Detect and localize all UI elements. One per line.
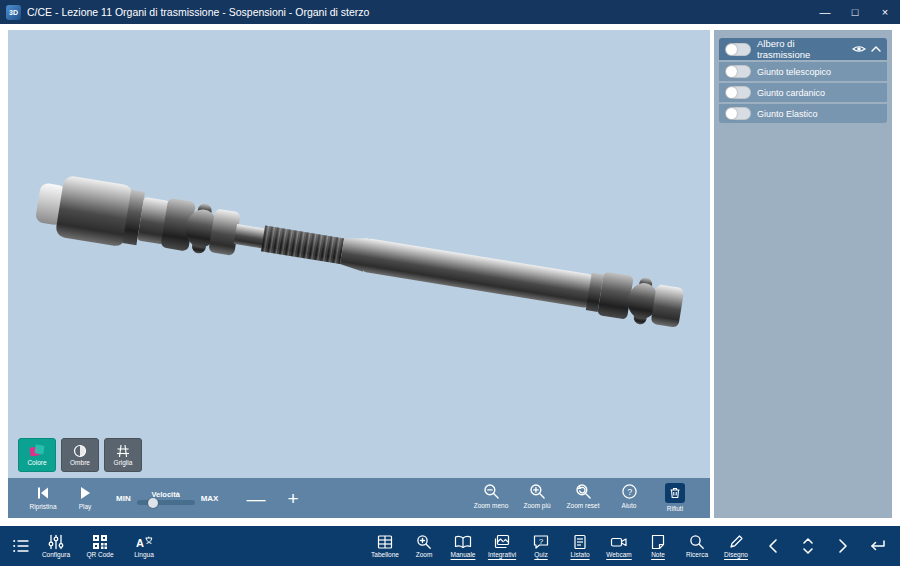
toggle-knob	[726, 44, 737, 55]
trash-button[interactable]: Rifiuti	[654, 483, 696, 513]
chevron-up-down-icon[interactable]	[802, 537, 814, 555]
restart-label: Ripristina	[29, 504, 56, 511]
app-window: 3D C/CE - Lezione 11 Organi di trasmissi…	[0, 0, 900, 572]
zoom-in-icon	[529, 483, 546, 500]
listing-button[interactable]: Listato	[564, 534, 596, 559]
board-icon	[377, 534, 393, 550]
zoom-in-label: Zoom più	[523, 503, 550, 510]
notes-label: Note	[651, 552, 665, 559]
component-row-label: Giunto telescopico	[757, 67, 831, 77]
chevron-left-icon[interactable]	[768, 538, 778, 554]
shadows-button-label: Ombre	[70, 460, 90, 467]
driveshaft-toggle[interactable]	[725, 43, 751, 56]
webcam-label: Webcam	[606, 552, 632, 559]
svg-text:?: ?	[539, 536, 544, 545]
help-button[interactable]: ? Aiuto	[608, 483, 650, 510]
qr-code-button[interactable]: QR Code	[84, 534, 116, 559]
question-bubble-icon: ?	[533, 534, 549, 550]
component-row-elastico[interactable]: Giunto Elastico	[719, 104, 887, 123]
configure-button[interactable]: Configura	[40, 534, 72, 559]
manual-label: Manuale	[451, 552, 476, 559]
zoom-in-button[interactable]: Zoom più	[516, 483, 558, 510]
svg-text:?: ?	[627, 487, 632, 497]
speed-slider-knob[interactable]	[148, 498, 158, 508]
window-controls: — □ ×	[810, 0, 900, 24]
play-button[interactable]: Play	[64, 485, 106, 511]
navigation-chevrons	[768, 537, 848, 555]
supplements-button[interactable]: Integrativi	[486, 534, 518, 559]
language-label: Lingua	[134, 552, 154, 559]
component-row-cardanico[interactable]: Giunto cardanico	[719, 83, 887, 102]
menu-list-button[interactable]	[12, 538, 30, 554]
shadow-sphere-icon	[73, 444, 87, 458]
drawing-button[interactable]: Disegno	[720, 534, 752, 559]
help-icon: ?	[621, 483, 638, 500]
quiz-label: Quiz	[534, 552, 547, 559]
chevron-right-icon[interactable]	[838, 538, 848, 554]
play-label: Play	[79, 504, 92, 511]
board-label: Tabellone	[371, 552, 399, 559]
zoom-reset-button[interactable]: Zoom reset	[562, 483, 604, 510]
elastico-toggle[interactable]	[725, 107, 751, 120]
zoom-reset-icon	[575, 483, 592, 500]
trash-icon	[669, 487, 681, 499]
driveshaft-3d-model[interactable]	[8, 30, 710, 478]
speed-label: Velocità	[151, 491, 179, 499]
window-title: C/CE - Lezione 11 Organi di trasmissione…	[27, 6, 369, 18]
drawing-label: Disegno	[724, 552, 748, 559]
note-icon	[650, 534, 666, 550]
speed-slider-wrap: Velocità	[137, 491, 195, 506]
search-button[interactable]: Ricerca	[681, 534, 713, 559]
component-header[interactable]: Albero di trasmissione	[719, 38, 887, 60]
toggle-knob	[726, 108, 737, 119]
listing-label: Listato	[570, 552, 589, 559]
supplements-label: Integrativi	[488, 552, 516, 559]
maximize-button[interactable]: □	[840, 0, 870, 24]
telescopico-toggle[interactable]	[725, 65, 751, 78]
language-icon: A	[135, 534, 153, 550]
speed-increase-button[interactable]: +	[287, 489, 298, 508]
manual-button[interactable]: Manuale	[447, 534, 479, 559]
grid-button[interactable]: Griglia	[104, 438, 142, 472]
qr-code-icon	[92, 534, 108, 550]
shadows-button[interactable]: Ombre	[61, 438, 99, 472]
component-row-telescopico[interactable]: Giunto telescopico	[719, 62, 887, 81]
color-button-label: Colore	[27, 460, 46, 467]
speed-slider[interactable]	[137, 500, 195, 505]
cardanico-toggle[interactable]	[725, 86, 751, 99]
search-icon	[689, 534, 705, 550]
trash-button-box[interactable]	[665, 483, 685, 503]
header-icons	[852, 44, 881, 54]
qr-code-label: QR Code	[86, 552, 113, 559]
zoom-label: Zoom	[416, 552, 433, 559]
close-button[interactable]: ×	[870, 0, 900, 24]
pen-icon	[728, 534, 744, 550]
zoom-out-button[interactable]: Zoom meno	[470, 483, 512, 510]
bottom-bar-left-group: Configura QR Code A	[40, 534, 160, 559]
3d-viewport[interactable]: Colore Ombre Griglia	[8, 30, 710, 518]
component-card: Albero di trasmissione Giunto telescopic…	[719, 38, 887, 123]
zoom-button[interactable]: Zoom	[408, 534, 440, 559]
speed-decrease-button[interactable]: —	[246, 489, 265, 508]
zoom-reset-label: Zoom reset	[567, 503, 600, 510]
bottom-bar: Configura QR Code A	[0, 526, 900, 566]
minimize-button[interactable]: —	[810, 0, 840, 24]
video-camera-icon	[610, 534, 628, 550]
board-button[interactable]: Tabellone	[369, 534, 401, 559]
speed-control: MIN Velocità MAX	[116, 491, 218, 506]
webcam-button[interactable]: Webcam	[603, 534, 635, 559]
component-panel: Albero di trasmissione Giunto telescopic…	[714, 30, 892, 518]
chevron-up-icon[interactable]	[871, 46, 881, 52]
quiz-button[interactable]: ? Quiz	[525, 534, 557, 559]
eye-icon[interactable]	[852, 44, 866, 54]
component-row-label: Giunto Elastico	[757, 109, 818, 119]
notes-button[interactable]: Note	[642, 534, 674, 559]
language-button[interactable]: A Lingua	[128, 534, 160, 559]
play-icon	[78, 485, 92, 501]
component-row-label: Giunto cardanico	[757, 88, 825, 98]
color-button[interactable]: Colore	[18, 438, 56, 472]
restart-button[interactable]: Ripristina	[22, 485, 64, 511]
return-button[interactable]	[866, 538, 888, 554]
zoom-out-icon	[483, 483, 500, 500]
svg-text:A: A	[136, 536, 144, 548]
